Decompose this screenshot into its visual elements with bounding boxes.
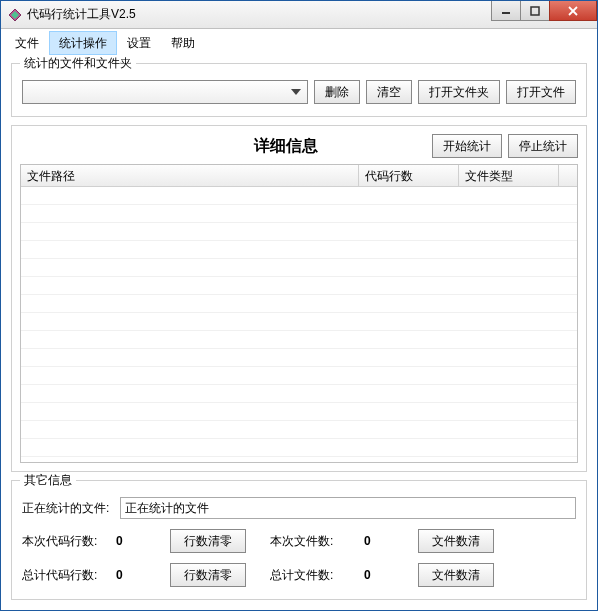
stop-stat-button[interactable]: 停止统计 [508, 134, 578, 158]
minimize-button[interactable] [491, 1, 521, 21]
col-type[interactable]: 文件类型 [459, 165, 559, 186]
start-stat-button[interactable]: 开始统计 [432, 134, 502, 158]
table-row [21, 403, 577, 421]
table-row [21, 331, 577, 349]
total-lines-label: 总计代码行数: [22, 567, 112, 584]
table-body[interactable] [21, 187, 577, 462]
col-path[interactable]: 文件路径 [21, 165, 359, 186]
this-lines-value: 0 [116, 534, 146, 548]
chevron-down-icon [287, 83, 305, 101]
table-row [21, 241, 577, 259]
detail-table: 文件路径 代码行数 文件类型 [20, 164, 578, 463]
open-folder-button[interactable]: 打开文件夹 [418, 80, 500, 104]
table-row [21, 385, 577, 403]
this-files-label: 本次文件数: [270, 533, 360, 550]
clear-lines-button-1[interactable]: 行数清零 [170, 529, 246, 553]
maximize-button[interactable] [520, 1, 550, 21]
table-row [21, 277, 577, 295]
table-row [21, 187, 577, 205]
table-row [21, 439, 577, 457]
detail-section: 详细信息 开始统计 停止统计 文件路径 代码行数 文件类型 [11, 125, 587, 472]
menu-file[interactable]: 文件 [5, 31, 49, 55]
svg-rect-1 [531, 7, 539, 15]
clear-lines-button-2[interactable]: 行数清零 [170, 563, 246, 587]
table-row [21, 313, 577, 331]
total-lines-value: 0 [116, 568, 146, 582]
other-group-title: 其它信息 [20, 472, 76, 489]
table-row [21, 205, 577, 223]
table-row [21, 223, 577, 241]
close-button[interactable] [549, 1, 597, 21]
app-icon [7, 7, 23, 23]
table-row [21, 259, 577, 277]
table-row [21, 421, 577, 439]
table-row [21, 367, 577, 385]
clear-files-button-1[interactable]: 文件数清 [418, 529, 494, 553]
table-header: 文件路径 代码行数 文件类型 [21, 165, 577, 187]
total-files-label: 总计文件数: [270, 567, 360, 584]
current-file-field[interactable] [120, 497, 576, 519]
this-files-value: 0 [364, 534, 394, 548]
table-row [21, 349, 577, 367]
current-file-label: 正在统计的文件: [22, 500, 112, 517]
file-combo[interactable] [22, 80, 308, 104]
files-group-title: 统计的文件和文件夹 [20, 55, 136, 72]
total-files-value: 0 [364, 568, 394, 582]
col-spacer [559, 165, 577, 186]
detail-title: 详细信息 [20, 136, 432, 157]
delete-button[interactable]: 删除 [314, 80, 360, 104]
window-title: 代码行统计工具V2.5 [27, 6, 492, 23]
menu-help[interactable]: 帮助 [161, 31, 205, 55]
other-group: 其它信息 正在统计的文件: 本次代码行数: 0 行数清零 本次文件数: 0 文件… [11, 480, 587, 600]
col-lines[interactable]: 代码行数 [359, 165, 459, 186]
menu-settings[interactable]: 设置 [117, 31, 161, 55]
files-group: 统计的文件和文件夹 删除 清空 打开文件夹 打开文件 [11, 63, 587, 117]
clear-files-button-2[interactable]: 文件数清 [418, 563, 494, 587]
content: 统计的文件和文件夹 删除 清空 打开文件夹 打开文件 详细信息 开始统计 停止统… [1, 55, 597, 610]
menu-stat-op[interactable]: 统计操作 [49, 31, 117, 55]
window-controls [492, 1, 597, 28]
this-lines-label: 本次代码行数: [22, 533, 112, 550]
app-window: 代码行统计工具V2.5 文件 统计操作 设置 帮助 统计的文件和文件夹 删除 清… [0, 0, 598, 611]
open-file-button[interactable]: 打开文件 [506, 80, 576, 104]
menubar: 文件 统计操作 设置 帮助 [1, 29, 597, 55]
clear-button[interactable]: 清空 [366, 80, 412, 104]
titlebar[interactable]: 代码行统计工具V2.5 [1, 1, 597, 29]
table-row [21, 295, 577, 313]
